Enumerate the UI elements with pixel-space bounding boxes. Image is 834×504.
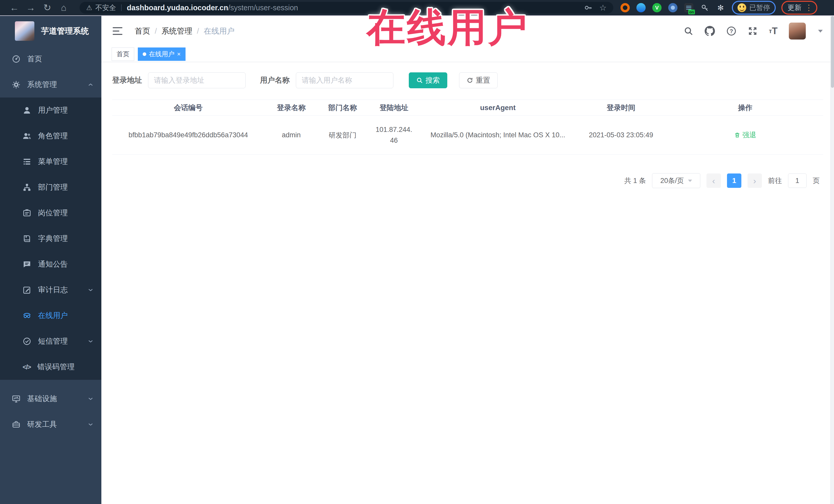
check-circle-icon xyxy=(23,337,31,346)
sidebar-toggle-icon[interactable] xyxy=(113,27,123,36)
github-icon[interactable] xyxy=(705,26,715,36)
table-row: bfbb1ab79ba849e49fb26ddb56a73044 admin 研… xyxy=(112,116,823,155)
fullscreen-icon[interactable] xyxy=(748,26,758,36)
url-domain[interactable]: dashboard.yudao.iocoder.cn xyxy=(127,4,228,12)
app-logo-row[interactable]: 芋道管理系统 xyxy=(0,16,101,46)
sidebar-item-label: 首页 xyxy=(27,54,42,64)
breadcrumb-separator: / xyxy=(155,27,157,36)
sidebar-item-label: 岗位管理 xyxy=(38,208,68,218)
sidebar-item-depts[interactable]: 部门管理 xyxy=(0,175,101,200)
tree-table-icon xyxy=(23,157,31,166)
header-actions: ? тT xyxy=(684,23,823,40)
app-header: 首页 / 系统管理 / 在线用户 ? xyxy=(101,16,834,46)
scrollbar-thumb[interactable] xyxy=(831,16,834,88)
page-size-select[interactable]: 20条/页 xyxy=(652,173,700,188)
avatar-caret-icon[interactable] xyxy=(818,30,823,32)
sessions-table: 会话编号 登录名称 部门名称 登陆地址 userAgent 登录时间 操作 bf… xyxy=(112,100,823,155)
ip-value: 101.87.244.46 xyxy=(374,125,414,146)
tab-label: 首页 xyxy=(116,50,129,58)
online-users-icon xyxy=(23,311,31,320)
font-size-icon[interactable]: тT xyxy=(769,26,777,36)
extension-key-icon[interactable] xyxy=(700,3,709,12)
extension-pinwheel-icon[interactable] xyxy=(716,3,725,12)
force-logout-button[interactable]: 强退 xyxy=(734,130,756,139)
security-label[interactable]: 不安全 xyxy=(95,3,116,12)
sidebar-item-label: 用户管理 xyxy=(38,105,68,115)
force-logout-label: 强退 xyxy=(742,130,756,139)
col-header-username: 登录名称 xyxy=(264,103,318,113)
extension-orange-icon[interactable] xyxy=(620,3,630,12)
tab-home[interactable]: 首页 xyxy=(112,47,134,61)
password-key-icon[interactable] xyxy=(584,3,593,12)
active-tab-dot xyxy=(143,52,146,56)
sidebar-item-menus[interactable]: 菜单管理 xyxy=(0,149,101,175)
pagination: 共 1 条 20条/页 1 前往 页 xyxy=(112,173,823,188)
sidebar-item-online-users[interactable]: 在线用户 xyxy=(0,303,101,328)
back-icon[interactable] xyxy=(6,3,23,12)
select-caret-icon xyxy=(688,180,692,182)
system-submenu: 用户管理 角色管理 菜单管理 部门管理 xyxy=(0,97,101,380)
header-search-icon[interactable] xyxy=(684,26,694,36)
emoji-face-icon xyxy=(738,3,746,12)
docs-question-icon[interactable]: ? xyxy=(726,26,737,36)
browser-menu-icon[interactable] xyxy=(805,4,813,12)
browser-update-chip[interactable]: 更新 xyxy=(782,1,817,15)
prev-page-button[interactable] xyxy=(706,174,721,188)
user-agent-cell: Mozilla/5.0 (Macintosh; Intel Mac OS X 1… xyxy=(421,131,575,139)
breadcrumb-home[interactable]: 首页 xyxy=(135,26,150,37)
username-cell: admin xyxy=(264,131,318,139)
paused-label: 已暂停 xyxy=(749,3,770,12)
col-header-session-id: 会话编号 xyxy=(112,103,264,113)
search-icon xyxy=(416,77,423,84)
sidebar-item-label: 角色管理 xyxy=(38,131,68,141)
extension-v-icon[interactable]: V xyxy=(652,3,662,12)
paused-extension-chip[interactable]: 已暂停 xyxy=(732,1,776,15)
search-button-label: 搜索 xyxy=(425,75,440,85)
total-count: 共 1 条 xyxy=(624,176,646,185)
user-name-label: 用户名称 xyxy=(260,75,290,85)
sidebar-item-label: 在线用户 xyxy=(38,310,68,321)
session-id-cell: bfbb1ab79ba849e49fb26ddb56a73044 xyxy=(112,131,264,139)
current-page-button[interactable]: 1 xyxy=(727,174,741,188)
breadcrumb-section[interactable]: 系统管理 xyxy=(161,26,192,37)
reset-button[interactable]: 重置 xyxy=(459,72,498,88)
sidebar-item-error-codes[interactable]: 错误码管理 xyxy=(0,354,101,380)
trash-icon xyxy=(734,132,740,138)
sidebar-item-dev-tools[interactable]: 研发工具 xyxy=(0,412,101,437)
avatar[interactable] xyxy=(789,23,806,40)
dashboard-icon xyxy=(12,54,21,63)
col-header-dept: 部门名称 xyxy=(318,103,367,113)
sidebar-item-infrastructure[interactable]: 基础设施 xyxy=(0,386,101,412)
login-address-input[interactable] xyxy=(148,72,246,88)
goto-page-input[interactable] xyxy=(788,174,807,188)
sidebar-item-home[interactable]: 首页 xyxy=(0,46,101,72)
home-icon[interactable] xyxy=(56,3,72,12)
reload-icon[interactable] xyxy=(39,3,56,12)
scrollbar[interactable] xyxy=(830,16,834,504)
sidebar-item-system[interactable]: 系统管理 xyxy=(0,72,101,97)
chevron-up-icon xyxy=(88,82,94,88)
sidebar-item-sms[interactable]: 短信管理 xyxy=(0,328,101,354)
tab-close-icon[interactable] xyxy=(177,51,181,57)
user-name-input[interactable] xyxy=(296,72,393,88)
extension-drop-icon[interactable] xyxy=(636,3,646,12)
sidebar-item-posts[interactable]: 岗位管理 xyxy=(0,200,101,226)
sidebar-item-audit-log[interactable]: 审计日志 xyxy=(0,277,101,303)
dept-cell: 研发部门 xyxy=(318,131,367,140)
url-path[interactable]: /system/user-session xyxy=(228,4,298,12)
update-label[interactable]: 更新 xyxy=(788,3,802,12)
sidebar-item-notice[interactable]: 通知公告 xyxy=(0,251,101,277)
page-content: 登录地址 用户名称 搜索 重置 会话编号 登录名称 xyxy=(101,62,834,188)
forward-icon[interactable] xyxy=(23,3,39,12)
extension-person-icon[interactable] xyxy=(668,3,678,12)
extension-database-icon[interactable]: on xyxy=(684,3,694,12)
sidebar-item-users[interactable]: 用户管理 xyxy=(0,97,101,123)
sidebar-item-roles[interactable]: 角色管理 xyxy=(0,123,101,149)
chevron-down-icon xyxy=(88,287,94,293)
search-button[interactable]: 搜索 xyxy=(409,72,447,88)
sidebar-item-dict[interactable]: 字典管理 xyxy=(0,226,101,251)
bookmark-star-icon[interactable] xyxy=(599,3,607,13)
address-bar[interactable]: 不安全 dashboard.yudao.iocoder.cn /system/u… xyxy=(80,2,613,14)
tab-online-users[interactable]: 在线用户 xyxy=(138,47,185,61)
next-page-button[interactable] xyxy=(748,174,762,188)
